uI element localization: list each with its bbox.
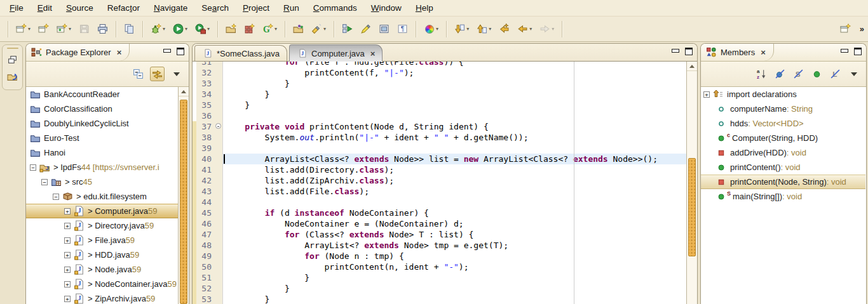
tree-item[interactable]: +J> Computer.java 59 xyxy=(26,204,178,218)
tree-item[interactable]: Euro-Test xyxy=(26,131,178,145)
show-public-button[interactable] xyxy=(810,67,824,81)
minimize-button[interactable] xyxy=(841,49,848,53)
tree-item[interactable]: +J> HDD.java 59 xyxy=(26,248,178,262)
run-button[interactable]: ▾ xyxy=(171,22,189,36)
code-line[interactable]: 51 } xyxy=(193,272,686,283)
fastview-grip[interactable] xyxy=(7,48,18,49)
hide-local-types-button[interactable]: L xyxy=(829,67,842,81)
tree-item[interactable]: DoublyLinkedCyclicList xyxy=(26,116,178,131)
expand-toggle[interactable]: + xyxy=(64,281,71,287)
code-line[interactable]: 53 } xyxy=(193,294,686,304)
dropdown-arrow-icon[interactable]: ▾ xyxy=(185,26,187,32)
previous-annotation-button[interactable]: ▾ xyxy=(475,22,493,36)
maximize-button[interactable] xyxy=(177,48,184,55)
editor-body[interactable]: 31 for (File f : hdd.get(File.class)) {3… xyxy=(193,62,697,304)
menu-file[interactable]: File xyxy=(3,1,31,15)
toolbar-overflow-chevron[interactable]: » xyxy=(860,24,864,34)
menu-refactor[interactable]: Refactor xyxy=(100,1,147,15)
dropdown-arrow-icon[interactable]: ▾ xyxy=(28,26,31,32)
code-line[interactable]: 34 } xyxy=(193,89,686,100)
tree-item[interactable]: +J> NodeContainer.java 59 xyxy=(26,277,178,291)
scrollbar-thumb[interactable] xyxy=(688,158,696,256)
code-line[interactable]: 31 for (File f : hdd.get(File.class)) { xyxy=(193,62,686,67)
menu-help[interactable]: Help xyxy=(409,1,440,15)
debug-button[interactable]: ▾ xyxy=(149,22,167,36)
member-item[interactable]: printContent(Node, String) : void xyxy=(701,175,865,189)
close-icon[interactable]: × xyxy=(761,48,766,57)
next-annotation-button[interactable]: ▾ xyxy=(452,22,471,36)
tree-item[interactable]: +J> ZipArchiv.java 59 xyxy=(26,291,178,304)
member-item[interactable]: printContent() : void xyxy=(701,160,865,175)
code-line[interactable]: 46 NodeContainer e = (NodeContainer) d; xyxy=(193,218,686,229)
code-line[interactable]: 38 System.out.println("|-" + ident + " "… xyxy=(193,132,686,143)
menu-commands[interactable]: Commands xyxy=(306,1,364,15)
open-resource-button[interactable] xyxy=(291,22,306,36)
member-item[interactable]: +import declarations xyxy=(701,87,865,102)
menu-navigate[interactable]: Navigate xyxy=(147,1,194,15)
new-java-project-button[interactable] xyxy=(36,22,51,36)
code-line[interactable]: 33 } xyxy=(193,78,686,89)
package-explorer-scrollbar[interactable] xyxy=(178,87,189,304)
color-palette-button[interactable]: ▾ xyxy=(422,22,440,36)
tab-package-explorer[interactable]: Package Explorer × xyxy=(26,44,130,61)
dropdown-arrow-icon[interactable]: ▾ xyxy=(466,26,469,32)
code-line[interactable]: 37 private void printContent(Node d, Str… xyxy=(193,121,686,132)
scroll-up-arrow[interactable] xyxy=(687,62,697,71)
code-line[interactable]: 39 xyxy=(193,143,686,154)
tree-item[interactable]: ColorClassification xyxy=(26,102,178,116)
tree-item[interactable]: −> edu.kit.filesystem xyxy=(26,189,178,204)
minimize-button[interactable] xyxy=(672,49,679,53)
fastview-folder-icon[interactable] xyxy=(7,71,18,82)
dropdown-arrow-icon[interactable]: ▾ xyxy=(69,26,71,32)
expand-toggle[interactable]: + xyxy=(64,223,71,229)
code-line[interactable]: 35 } xyxy=(193,100,686,110)
close-icon[interactable]: × xyxy=(117,48,122,57)
code-line[interactable]: 32 printContent(f, "|-"); xyxy=(193,67,686,78)
link-with-editor-button[interactable] xyxy=(150,67,165,81)
coverage-button[interactable]: G▾ xyxy=(261,22,279,36)
member-item[interactable]: hdds : Vector<HDD> xyxy=(701,116,865,131)
menu-window[interactable]: Window xyxy=(364,1,409,15)
tree-item[interactable]: −> src 45 xyxy=(26,175,178,189)
open-perspective-icon[interactable] xyxy=(840,23,851,34)
external-tools-button[interactable]: ▾ xyxy=(193,22,212,36)
maximize-button[interactable] xyxy=(854,48,862,55)
menu-edit[interactable]: Edit xyxy=(31,1,59,15)
expand-toggle[interactable]: − xyxy=(30,164,36,171)
tree-item[interactable]: +J> Directory.java 59 xyxy=(26,218,178,233)
dropdown-arrow-icon[interactable]: ▾ xyxy=(489,26,491,32)
sort-button[interactable]: az xyxy=(755,67,768,81)
dropdown-arrow-icon[interactable]: ▾ xyxy=(552,26,554,32)
scrollbar-thumb[interactable] xyxy=(180,100,187,304)
expand-toggle[interactable]: + xyxy=(64,237,71,244)
tab-members[interactable]: Members × xyxy=(701,44,774,61)
maximize-button[interactable] xyxy=(685,48,693,55)
run-last-launched-button[interactable] xyxy=(340,22,355,36)
restore-view-icon[interactable] xyxy=(7,55,18,65)
menu-run[interactable]: Run xyxy=(276,1,306,15)
code-line[interactable]: 43 list.add(File.class); xyxy=(193,186,686,197)
expand-toggle[interactable]: + xyxy=(64,267,71,273)
tree-item[interactable]: +J> Node.java 59 xyxy=(26,262,178,277)
fold-collapse-icon[interactable] xyxy=(215,123,221,129)
hide-fields-button[interactable] xyxy=(773,67,787,81)
menu-search[interactable]: Search xyxy=(194,1,236,15)
dropdown-arrow-icon[interactable]: ▾ xyxy=(436,26,438,32)
expand-toggle[interactable]: + xyxy=(64,252,71,258)
code-line[interactable]: 47 for (Class<? extends Node> T : list) … xyxy=(193,229,686,240)
tree-item[interactable]: −J> IpdFs 44 [https://svnserver.i xyxy=(26,160,178,175)
new-junit-test-button[interactable] xyxy=(242,22,257,36)
member-item[interactable]: addDrive(HDD) : void xyxy=(701,145,865,160)
code-line[interactable]: 44 xyxy=(193,197,686,208)
dropdown-arrow-icon[interactable]: ▾ xyxy=(323,26,326,32)
expand-toggle[interactable]: − xyxy=(41,179,48,185)
tree-item[interactable]: Hanoi xyxy=(26,145,178,160)
member-item[interactable]: computerName : String xyxy=(701,102,865,116)
tree-item[interactable]: BankAccountReader xyxy=(26,87,178,102)
code-line[interactable]: 49 for (Node n : tmp) { xyxy=(193,251,686,261)
dropdown-arrow-icon[interactable]: ▾ xyxy=(275,26,277,32)
code-line[interactable]: 36 xyxy=(193,110,686,121)
collapse-all-button[interactable] xyxy=(132,67,145,81)
editor-scrollbar[interactable] xyxy=(686,62,697,304)
minimize-button[interactable] xyxy=(163,49,171,53)
